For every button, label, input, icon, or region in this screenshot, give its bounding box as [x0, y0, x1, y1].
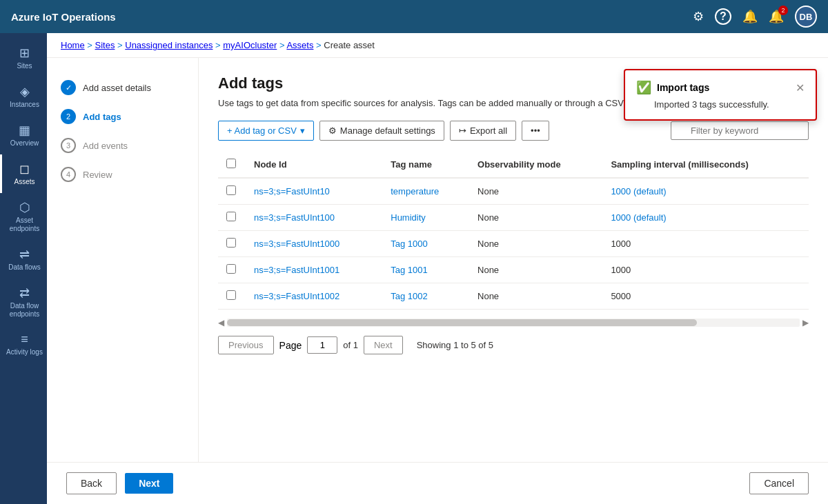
toast-title: Import tags [657, 82, 790, 93]
breadcrumb-sites[interactable]: Sites [95, 40, 115, 50]
toast-message: Imported 3 tags successfully. [636, 99, 805, 110]
sidebar-item-activity-logs-label: Activity logs [6, 348, 43, 356]
next-button-bottom[interactable]: Next [125, 473, 173, 494]
col-tag-name: Tag name [382, 152, 469, 178]
filter-input[interactable] [671, 121, 809, 140]
content-area: Home > Sites > Unassigned instances > my… [47, 33, 828, 504]
table-header: Node Id Tag name Observability mode Samp… [218, 152, 809, 178]
row-checkbox-cell [218, 231, 246, 257]
add-tag-csv-button[interactable]: + Add tag or CSV ▾ [218, 121, 314, 141]
row-checkbox-2[interactable] [226, 238, 236, 248]
row-checkbox-3[interactable] [226, 264, 236, 274]
sidebar-item-data-flow-endpoints[interactable]: ⇄ Data flow endpoints [0, 279, 47, 325]
filter-wrapper: 🔍 [671, 121, 809, 140]
breadcrumb-unassigned[interactable]: Unassigned instances [125, 40, 213, 50]
sidebar-item-data-flows-label: Data flows [8, 263, 41, 272]
pagination: Previous Page of 1 Next Showing 1 to 5 o… [218, 336, 809, 354]
row-checkbox-4[interactable] [226, 290, 236, 300]
sampling-value-1: 1000 (default) [611, 212, 666, 223]
tag-name-0: temperature [391, 186, 439, 196]
row-checkbox-0[interactable] [226, 185, 236, 195]
table-row: ns=3;s=FastUInt1002 Tag 1002 None 5000 [218, 283, 809, 310]
page-showing: Showing 1 to 5 of 5 [417, 340, 493, 350]
step-add-events[interactable]: 3 Add events [58, 132, 187, 159]
col-sampling: Sampling interval (milliseconds) [602, 152, 809, 178]
sidebar-item-assets[interactable]: ◻ Assets [0, 154, 47, 193]
sidebar-item-asset-endpoints-label: Asset endpoints [5, 216, 44, 233]
horizontal-scroll[interactable]: ◀ ▶ [218, 318, 809, 327]
node-id-link-4[interactable]: ns=3;s=FastUInt1002 [254, 291, 339, 301]
page-number-input[interactable] [307, 336, 337, 354]
sidebar-item-overview[interactable]: ▦ Overview [0, 116, 47, 154]
table-scroll-wrapper: Node Id Tag name Observability mode Samp… [218, 152, 809, 310]
step-circle-2: 2 [61, 109, 76, 124]
step-add-asset-details[interactable]: ✓ Add asset details [58, 74, 187, 101]
cell-tag-name-2: Tag 1000 [382, 231, 469, 257]
cell-node-id-3: ns=3;s=FastUInt1001 [246, 257, 382, 283]
table-body: ns=3;s=FastUInt10 temperature None 1000 … [218, 178, 809, 310]
row-checkbox-cell [218, 178, 246, 205]
row-checkbox-cell [218, 205, 246, 231]
toast-success-icon: ✅ [636, 80, 651, 95]
previous-label: Previous [228, 340, 264, 350]
scroll-right-arrow[interactable]: ▶ [802, 318, 809, 327]
notification-icon[interactable]: 🔔 2 [769, 9, 784, 24]
sidebar-item-activity-logs[interactable]: ≡ Activity logs [0, 325, 47, 363]
export-icon: ↦ [459, 125, 466, 136]
tag-name-4: Tag 1002 [391, 291, 428, 301]
cell-tag-name-1: Humidity [382, 205, 469, 231]
tags-table: Node Id Tag name Observability mode Samp… [218, 152, 809, 310]
scroll-thumb [227, 319, 697, 326]
page-body: ✓ Add asset details 2 Add tags 3 Add eve… [47, 58, 828, 462]
row-checkbox-cell [218, 257, 246, 283]
cell-tag-name-3: Tag 1001 [382, 257, 469, 283]
step-label-3: Add events [83, 141, 128, 151]
more-button[interactable]: ••• [522, 121, 549, 141]
sidebar-item-asset-endpoints[interactable]: ⬡ Asset endpoints [0, 193, 47, 240]
step-circle-1: ✓ [61, 80, 76, 95]
scroll-left-arrow[interactable]: ◀ [218, 318, 224, 327]
gear-icon[interactable]: ⚙ [693, 9, 704, 24]
breadcrumb-cluster[interactable]: myAIOcluster [223, 40, 277, 50]
select-all-checkbox[interactable] [226, 159, 236, 168]
cancel-button[interactable]: Cancel [749, 472, 809, 494]
overview-icon: ▦ [19, 123, 30, 138]
sampling-value-0: 1000 (default) [611, 186, 666, 196]
cell-sampling-4: 5000 [602, 283, 809, 310]
back-button[interactable]: Back [66, 472, 117, 494]
help-icon[interactable]: ? [715, 8, 731, 25]
breadcrumb-assets[interactable]: Assets [286, 40, 313, 50]
breadcrumb-home[interactable]: Home [61, 40, 85, 50]
sidebar-item-overview-label: Overview [10, 139, 39, 148]
step-label-1: Add asset details [83, 83, 151, 93]
tag-name-1: Humidity [391, 212, 426, 223]
sidebar-item-data-flows[interactable]: ⇌ Data flows [0, 240, 47, 279]
next-button[interactable]: Next [364, 336, 403, 354]
export-all-button[interactable]: ↦ Export all [450, 121, 516, 141]
row-checkbox-1[interactable] [226, 212, 236, 221]
breadcrumb-current: Create asset [324, 40, 375, 50]
sidebar-item-sites[interactable]: ⊞ Sites [0, 39, 47, 77]
sites-icon: ⊞ [19, 46, 30, 61]
previous-button[interactable]: Previous [218, 336, 274, 354]
avatar[interactable]: DB [795, 6, 817, 28]
toast-close-button[interactable]: ✕ [796, 81, 805, 94]
scroll-track[interactable] [227, 319, 800, 327]
step-add-tags[interactable]: 2 Add tags [58, 103, 187, 130]
step-review[interactable]: 4 Review [58, 161, 187, 188]
bell-icon[interactable]: 🔔 [742, 9, 758, 24]
manage-settings-button[interactable]: ⚙ Manage default settings [319, 121, 444, 141]
sidebar-item-instances[interactable]: ◈ Instances [0, 77, 47, 116]
node-id-link-3[interactable]: ns=3;s=FastUInt1001 [254, 265, 339, 275]
table-row: ns=3;s=FastUInt100 Humidity None 1000 (d… [218, 205, 809, 231]
add-tag-chevron-icon: ▾ [300, 125, 305, 136]
next-label: Next [374, 340, 393, 350]
node-id-link-0[interactable]: ns=3;s=FastUInt10 [254, 186, 330, 196]
sidebar-item-instances-label: Instances [10, 101, 39, 109]
sidebar: ⊞ Sites ◈ Instances ▦ Overview ◻ Assets … [0, 33, 47, 504]
node-id-link-2[interactable]: ns=3;s=FastUInt1000 [254, 239, 339, 249]
node-id-link-1[interactable]: ns=3;s=FastUInt100 [254, 212, 335, 223]
sampling-value-4: 5000 [611, 291, 631, 301]
tag-name-3: Tag 1001 [391, 265, 428, 275]
cell-obs-mode-4: None [469, 283, 602, 310]
